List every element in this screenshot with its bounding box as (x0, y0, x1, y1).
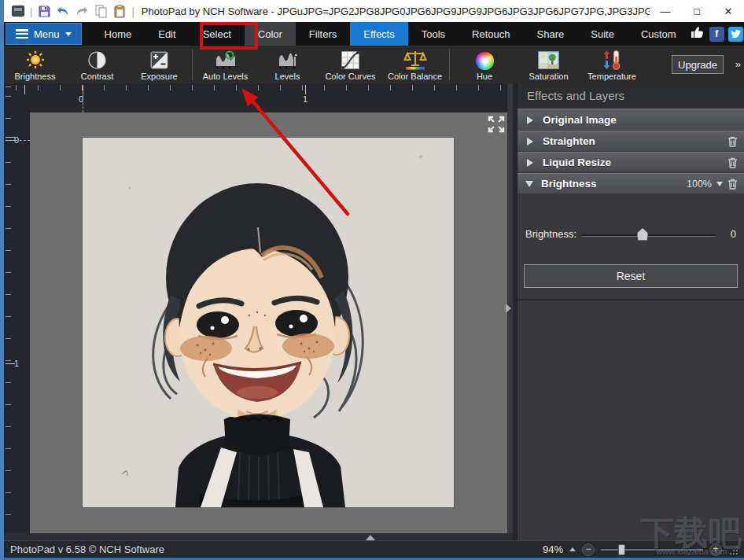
expand-arrow-icon[interactable] (527, 116, 533, 124)
trash-icon[interactable] (727, 157, 738, 168)
panel-header: Effects and Layers (517, 83, 744, 109)
copy-icon[interactable] (92, 2, 109, 20)
zoom-dropdown-icon[interactable] (569, 547, 576, 551)
tool-exposure[interactable]: Exposure (128, 46, 190, 83)
tab-tools[interactable]: Tools (408, 22, 459, 46)
tool-label: Contrast (81, 72, 114, 81)
tab-home[interactable]: Home (91, 22, 145, 46)
upgrade-button[interactable]: Upgrade (672, 55, 724, 74)
twitter-icon[interactable] (728, 27, 743, 42)
close-button[interactable]: ✕ (713, 0, 744, 22)
fullscreen-icon[interactable] (488, 116, 505, 133)
chevron-down-icon[interactable] (716, 182, 723, 186)
facebook-icon[interactable]: f (709, 27, 724, 42)
tool-color-curves[interactable]: Color Curves (319, 46, 382, 83)
menu-button[interactable]: Menu (6, 23, 82, 45)
divider (517, 299, 744, 300)
trash-icon[interactable] (727, 179, 738, 190)
brightness-slider-handle[interactable] (637, 228, 648, 241)
chevron-down-icon (65, 32, 72, 36)
hamburger-icon (16, 29, 28, 39)
saturation-icon (538, 50, 559, 70)
resize-grip[interactable] (728, 545, 738, 554)
minimize-button[interactable]: — (650, 0, 681, 22)
trash-icon[interactable] (727, 136, 738, 147)
layer-opacity[interactable]: 100% (687, 179, 712, 190)
status-bar: PhotoPad v 6.58 © NCH Software 94% − + (4, 540, 744, 558)
window-title: PhotoPad by NCH Software - JPGuJPG=JPG2J… (142, 6, 650, 17)
layer-label: Brightness (541, 178, 597, 190)
tab-custom[interactable]: Custom (628, 22, 690, 46)
save-icon[interactable] (35, 2, 53, 20)
tool-auto-levels[interactable]: Auto Levels (194, 46, 256, 83)
tool-label: Exposure (141, 72, 177, 81)
color-curves-icon (341, 50, 360, 70)
brightness-label: Brightness: (525, 228, 576, 240)
horizontal-ruler: 0 1 (4, 83, 507, 110)
expand-arrow-icon[interactable] (527, 138, 533, 146)
paste-icon[interactable] (111, 2, 128, 20)
ruler-guide (7, 140, 30, 141)
tab-suite[interactable]: Suite (577, 22, 628, 46)
sun-icon (24, 50, 46, 70)
zoom-in-button[interactable]: + (709, 543, 722, 556)
exposure-icon (149, 50, 169, 70)
tab-retouch[interactable]: Retouch (459, 22, 523, 46)
zoom-slider[interactable] (601, 549, 703, 551)
tool-color-balance[interactable]: Color Balance (382, 46, 448, 83)
zoom-slider-handle[interactable] (618, 544, 625, 555)
divider: | (30, 6, 32, 17)
photopad-window: | | PhotoPad by NCH Software - JPGuJPG=J… (0, 0, 744, 560)
tool-label: Levels (275, 72, 300, 81)
levels-icon (276, 50, 300, 70)
menu-bar: Menu Home Edit Select Color Filters Effe… (4, 22, 744, 46)
maximize-button[interactable]: □ (681, 0, 713, 22)
layer-row-original-image[interactable]: Original Image (517, 109, 744, 130)
brightness-slider[interactable] (582, 234, 716, 237)
vruler-label-1: 1 (14, 359, 19, 368)
layer-row-straighten[interactable]: Straighten (517, 131, 744, 151)
menu-tabs: Home Edit Select Color Filters Effects T… (91, 22, 690, 46)
redo-icon[interactable] (73, 2, 90, 20)
divider: | (131, 6, 134, 17)
tool-brightness[interactable]: Brightness (4, 46, 66, 83)
title-bar: | | PhotoPad by NCH Software - JPGuJPG=J… (4, 0, 744, 22)
auto-levels-icon (214, 50, 238, 70)
annotation-highlight-box (200, 22, 258, 50)
bottom-collapse-handle-icon[interactable] (366, 535, 375, 540)
tool-temperature[interactable]: Temperature (580, 46, 644, 83)
version-text: PhotoPad v 6.58 © NCH Software (10, 543, 164, 555)
tool-label: Hue (477, 72, 492, 81)
zoom-out-button[interactable]: − (582, 543, 595, 556)
zoom-level[interactable]: 94% (543, 543, 563, 555)
layer-row-liquid-resize[interactable]: Liquid Resize (517, 152, 744, 172)
tool-saturation[interactable]: Saturation (517, 46, 580, 83)
layer-row-brightness[interactable]: Brightness 100% (517, 173, 744, 193)
color-balance-icon (403, 50, 427, 70)
toolbar-overflow-icon[interactable]: » (735, 58, 741, 70)
temperature-icon (602, 50, 623, 70)
effects-and-layers-panel: Effects and Layers Original Image Straig… (517, 83, 744, 540)
effects-toolbar: Brightness Contrast Exposure Auto Levels (4, 46, 744, 83)
reset-button[interactable]: Reset (524, 264, 738, 288)
tab-effects[interactable]: Effects (350, 22, 408, 46)
tab-edit[interactable]: Edit (145, 22, 189, 46)
expand-arrow-icon[interactable] (527, 159, 533, 167)
toolbar-separator (449, 49, 450, 80)
collapse-arrow-icon[interactable] (525, 181, 533, 187)
layer-label: Original Image (543, 114, 617, 126)
tool-hue[interactable]: Hue (451, 46, 517, 83)
canvas-area: 0 1 0 1 (4, 83, 513, 543)
panel-collapse-handle-icon[interactable] (506, 304, 511, 313)
tool-label: Auto Levels (203, 72, 248, 81)
ruler-guide (83, 91, 83, 112)
tab-filters[interactable]: Filters (296, 22, 350, 46)
tool-label: Color Balance (388, 72, 442, 81)
tool-contrast[interactable]: Contrast (66, 46, 128, 83)
toolbar-separator (192, 49, 193, 80)
like-icon[interactable] (690, 25, 705, 42)
tool-levels[interactable]: Levels (256, 46, 319, 83)
edited-image[interactable] (83, 138, 454, 507)
tab-share[interactable]: Share (524, 22, 578, 46)
undo-icon[interactable] (54, 2, 72, 20)
